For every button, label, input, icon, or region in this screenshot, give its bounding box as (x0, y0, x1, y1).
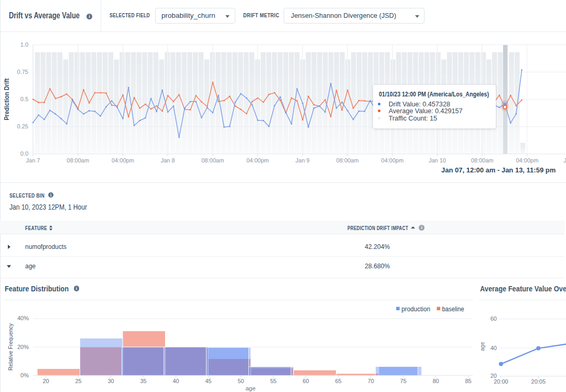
svg-text:40%: 40% (17, 315, 29, 321)
svg-text:20%: 20% (17, 344, 29, 350)
svg-text:Jan 10: Jan 10 (429, 157, 446, 164)
svg-text:40: 40 (491, 345, 497, 351)
svg-text:70: 70 (367, 378, 374, 384)
svg-text:age: age (245, 385, 255, 391)
svg-text:08:00am: 08:00am (201, 157, 224, 164)
svg-text:60: 60 (302, 378, 309, 384)
svg-text:75: 75 (400, 378, 406, 384)
svg-text:35: 35 (140, 378, 146, 384)
svg-text:04:00pm: 04:00pm (516, 157, 538, 164)
svg-text:55: 55 (270, 378, 276, 384)
svg-text:0%: 0% (20, 372, 29, 378)
svg-text:1.0: 1.0 (20, 41, 28, 48)
svg-text:08:00am: 08:00am (67, 157, 89, 164)
svg-text:40: 40 (172, 378, 179, 384)
svg-text:0.25: 0.25 (17, 123, 28, 129)
svg-text:50: 50 (237, 378, 244, 384)
svg-text:04:00pm: 04:00pm (112, 157, 134, 164)
svg-text:20:05: 20:05 (531, 378, 546, 385)
svg-text:0.75: 0.75 (17, 69, 28, 75)
svg-text:25: 25 (75, 378, 81, 384)
svg-text:0.0: 0.0 (20, 150, 28, 157)
svg-text:20: 20 (42, 378, 49, 384)
svg-text:baseline: baseline (442, 305, 464, 313)
svg-text:Jan 9: Jan 9 (296, 157, 310, 164)
svg-text:85: 85 (465, 378, 471, 384)
svg-text:Jan 11: Jan 11 (563, 157, 566, 164)
svg-text:80: 80 (432, 378, 439, 384)
svg-text:age: age (479, 342, 485, 351)
svg-text:60: 60 (491, 315, 497, 322)
svg-text:Relative Frequency: Relative Frequency (7, 323, 14, 371)
svg-text:65: 65 (335, 378, 341, 384)
svg-text:Jan 8: Jan 8 (161, 157, 175, 164)
svg-text:08:00am: 08:00am (471, 157, 494, 164)
svg-text:30: 30 (107, 378, 114, 384)
svg-text:Jan 7: Jan 7 (26, 157, 40, 164)
svg-text:0.5: 0.5 (20, 96, 28, 102)
svg-text:04:00pm: 04:00pm (381, 157, 404, 164)
svg-text:20:00: 20:00 (494, 378, 508, 385)
svg-text:08:00am: 08:00am (336, 157, 359, 164)
svg-text:production: production (401, 305, 430, 313)
svg-text:45: 45 (205, 378, 211, 384)
svg-text:04:00pm: 04:00pm (246, 157, 269, 164)
svg-text:Prediction Drift: Prediction Drift (3, 79, 10, 121)
